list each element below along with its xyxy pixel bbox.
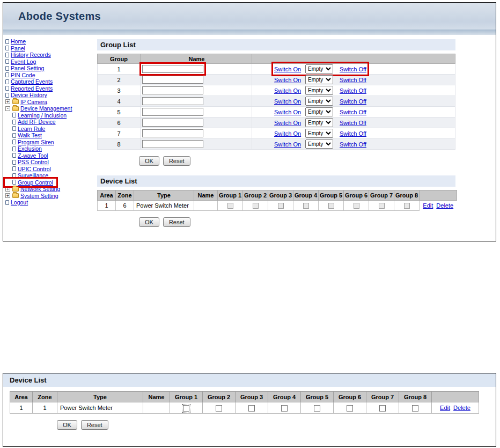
- group-list-reset-button[interactable]: Reset: [163, 156, 190, 166]
- group-5-switch-on-link[interactable]: Switch On: [274, 109, 305, 115]
- device-delete-link[interactable]: Delete: [453, 405, 470, 411]
- group-5-name-input[interactable]: [142, 108, 203, 116]
- device-list-ok-button[interactable]: OK: [139, 217, 159, 227]
- sidebar-item-system-setting[interactable]: System Setting: [20, 193, 58, 199]
- group-4-scene-select[interactable]: Empty: [305, 97, 333, 106]
- sidebar-item-panel[interactable]: Panel: [11, 45, 25, 52]
- sidebar-item-add-rf-device[interactable]: Add RF Device: [18, 119, 56, 125]
- sidebar-item-ip-camera[interactable]: IP Camera: [20, 99, 47, 105]
- group-7-switch-off-link[interactable]: Switch Off: [340, 130, 366, 137]
- sidebar-item-walk-test[interactable]: Walk Test: [18, 132, 42, 138]
- group-2-name-input[interactable]: [142, 76, 203, 84]
- page-icon: [5, 79, 9, 84]
- page-icon: [12, 153, 16, 158]
- expander-plus-icon[interactable]: +: [5, 193, 10, 198]
- sidebar-row: History Records: [5, 52, 91, 58]
- expander-plus-icon[interactable]: +: [5, 99, 10, 104]
- group-6-scene-select[interactable]: Empty: [305, 118, 333, 127]
- group-3-switch-off-link[interactable]: Switch Off: [340, 87, 366, 94]
- group-6-switch-off-link[interactable]: Switch Off: [340, 120, 366, 126]
- device-group-8-checkbox[interactable]: [412, 405, 418, 412]
- sidebar-item-pin-code[interactable]: PIN Code: [11, 72, 35, 78]
- device-group-3-checkbox[interactable]: [248, 405, 255, 412]
- sidebar-item-group-control[interactable]: Group Control: [18, 179, 53, 186]
- device-group-4-checkbox[interactable]: [281, 405, 288, 412]
- group-7-switch-on-link[interactable]: Switch On: [274, 130, 305, 137]
- group-8-switch-on-link[interactable]: Switch On: [274, 141, 305, 148]
- group-row: 8 Switch OnEmptySwitch Off: [98, 139, 455, 150]
- group-1-scene-select[interactable]: Empty: [305, 64, 333, 74]
- device-group-5-checkbox[interactable]: [328, 203, 334, 209]
- col-name: Name: [141, 54, 252, 64]
- sidebar-item-exclusion[interactable]: Exclusion: [18, 145, 42, 152]
- device-delete-link[interactable]: Delete: [436, 202, 453, 209]
- sidebar-item-history-records[interactable]: History Records: [11, 52, 51, 58]
- sidebar-item-panel-setting[interactable]: Panel Setting: [11, 65, 44, 71]
- device-group-8-checkbox[interactable]: [404, 203, 410, 209]
- group-3-scene-select[interactable]: Empty: [305, 86, 333, 95]
- device-list-reset-button[interactable]: Reset: [163, 217, 190, 227]
- expander-minus-icon[interactable]: -: [5, 106, 10, 111]
- page-icon: [5, 66, 9, 71]
- group-4-switch-off-link[interactable]: Switch Off: [340, 98, 366, 105]
- device-group-1-checkbox[interactable]: [183, 405, 189, 412]
- sidebar-row: Panel Setting: [5, 65, 91, 72]
- device-group-6-checkbox[interactable]: [354, 203, 359, 209]
- sidebar-item-pss-control[interactable]: PSS Control: [18, 159, 49, 165]
- sidebar-item-z-wave-tool[interactable]: Z-wave Tool: [18, 152, 48, 159]
- device-group-6-checkbox[interactable]: [347, 405, 353, 412]
- group-list-ok-button[interactable]: OK: [139, 156, 159, 166]
- group-6-switch-on-link[interactable]: Switch On: [274, 120, 305, 126]
- group-8-switch-off-link[interactable]: Switch Off: [340, 141, 366, 148]
- device-group-3-checkbox[interactable]: [278, 203, 284, 209]
- device-group-1-checkbox[interactable]: [227, 203, 233, 209]
- device-edit-link[interactable]: Edit: [423, 202, 433, 209]
- group-7-name-input[interactable]: [142, 129, 203, 137]
- device-group-7-checkbox[interactable]: [379, 405, 386, 412]
- device-list-reset-button[interactable]: Reset: [81, 420, 108, 430]
- group-3-switch-on-link[interactable]: Switch On: [274, 87, 305, 94]
- expander-plus-icon[interactable]: +: [5, 187, 10, 192]
- col-name: Name: [194, 190, 218, 201]
- device-group-2-checkbox[interactable]: [216, 405, 222, 412]
- group-7-scene-select[interactable]: Empty: [305, 129, 333, 138]
- group-2-switch-on-link[interactable]: Switch On: [274, 77, 305, 83]
- sidebar-item-learning-inclusion[interactable]: Learning / Inclusion: [18, 112, 67, 119]
- group-1-switch-on-link[interactable]: Switch On: [274, 66, 305, 72]
- sidebar-item-surveillance[interactable]: Surveillance: [18, 172, 48, 179]
- sidebar-item-device-history[interactable]: Device History: [11, 92, 47, 98]
- device-edit-link[interactable]: Edit: [440, 405, 450, 411]
- sidebar-item-event-log[interactable]: Event Log: [11, 58, 36, 65]
- group-1-name-input[interactable]: [142, 65, 203, 73]
- sidebar-item-upic-control[interactable]: UPIC Control: [18, 166, 51, 172]
- group-row: 7 Switch OnEmptySwitch Off: [98, 128, 455, 139]
- device-group-4-checkbox[interactable]: [303, 203, 309, 209]
- group-2-switch-off-link[interactable]: Switch Off: [340, 77, 366, 83]
- group-8-scene-select[interactable]: Empty: [305, 139, 333, 149]
- brand-title: Abode Systems: [18, 10, 101, 23]
- group-4-name-input[interactable]: [142, 97, 203, 105]
- sidebar-item-network-setting[interactable]: Network Setting: [20, 186, 60, 192]
- group-6-name-input[interactable]: [142, 119, 203, 127]
- group-4-switch-on-link[interactable]: Switch On: [274, 98, 305, 105]
- sidebar-item-program-siren[interactable]: Program Siren: [18, 139, 54, 145]
- sidebar-item-home[interactable]: Home: [11, 38, 26, 45]
- group-1-switch-off-link[interactable]: Switch Off: [340, 66, 366, 72]
- sidebar-item-learn-rule[interactable]: Learn Rule: [18, 126, 45, 132]
- group-5-scene-select[interactable]: Empty: [305, 107, 333, 116]
- sidebar-item-reported-events[interactable]: Reported Events: [11, 85, 53, 92]
- sidebar-item-logout[interactable]: Logout: [11, 199, 28, 205]
- device-list-ok-button[interactable]: OK: [57, 420, 77, 430]
- col-group-1: Group 1: [170, 392, 203, 402]
- group-2-scene-select[interactable]: Empty: [305, 75, 333, 84]
- sidebar-item-captured-events[interactable]: Captured Events: [11, 78, 53, 85]
- col-group-5: Group 5: [301, 392, 334, 402]
- group-8-name-input[interactable]: [142, 140, 203, 148]
- sidebar-item-device-management[interactable]: Device Management: [20, 105, 72, 112]
- group-3-name-input[interactable]: [142, 86, 203, 94]
- device-group-2-checkbox[interactable]: [253, 203, 259, 209]
- device-group-5-checkbox[interactable]: [314, 405, 320, 412]
- device-group-7-checkbox[interactable]: [379, 203, 385, 209]
- col-group-3: Group 3: [236, 392, 268, 402]
- group-5-switch-off-link[interactable]: Switch Off: [340, 109, 366, 115]
